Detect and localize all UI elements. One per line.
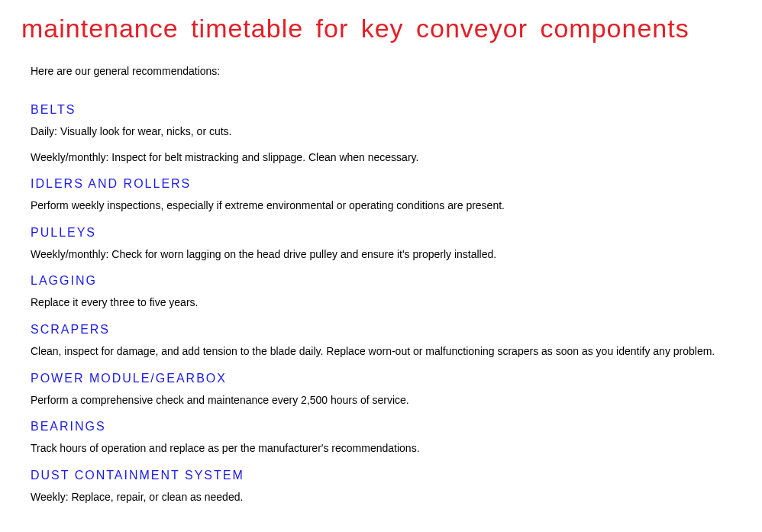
section-body: Perform a comprehensive check and mainte… xyxy=(31,393,741,408)
section: SCRAPERSClean, inspect for damage, and a… xyxy=(31,323,741,360)
section: IDLERS AND ROLLERSPerform weekly inspect… xyxy=(31,177,741,214)
section-heading: IDLERS AND ROLLERS xyxy=(31,177,741,191)
section-heading: LAGGING xyxy=(31,274,741,288)
section: DUST CONTAINMENT SYSTEMWeekly: Replace, … xyxy=(31,469,741,505)
section: BEARINGSTrack hours of operation and rep… xyxy=(31,420,741,456)
section: PULLEYSWeekly/monthly: Check for worn la… xyxy=(31,226,741,263)
section-body: Track hours of operation and replace as … xyxy=(31,441,741,456)
section-heading: BEARINGS xyxy=(31,420,741,434)
section-body: Weekly: Replace, repair, or clean as nee… xyxy=(31,490,741,505)
page-title: maintenance timetable for key conveyor c… xyxy=(21,14,741,44)
section-heading: POWER MODULE/GEARBOX xyxy=(31,372,741,385)
section-heading: BELTS xyxy=(31,103,741,117)
section-body: Clean, inspect for damage, and add tensi… xyxy=(31,344,741,360)
section-body: Weekly/monthly: Inspect for belt mistrac… xyxy=(31,150,741,166)
section-heading: DUST CONTAINMENT SYSTEM xyxy=(31,469,741,482)
section-heading: PULLEYS xyxy=(31,226,741,240)
section-body: Perform weekly inspections, especially i… xyxy=(31,198,741,214)
section-body: Replace it every three to five years. xyxy=(31,295,741,311)
section: POWER MODULE/GEARBOXPerform a comprehens… xyxy=(31,372,741,408)
section-heading: SCRAPERS xyxy=(31,323,741,337)
section: BELTSDaily: Visually look for wear, nick… xyxy=(31,103,741,165)
section-body: Weekly/monthly: Check for worn lagging o… xyxy=(31,247,741,263)
intro-text: Here are our general recommendations: xyxy=(31,65,741,77)
sections-container: BELTSDaily: Visually look for wear, nick… xyxy=(21,103,741,505)
section-body: Daily: Visually look for wear, nicks, or… xyxy=(31,124,741,140)
section: LAGGINGReplace it every three to five ye… xyxy=(31,274,741,311)
